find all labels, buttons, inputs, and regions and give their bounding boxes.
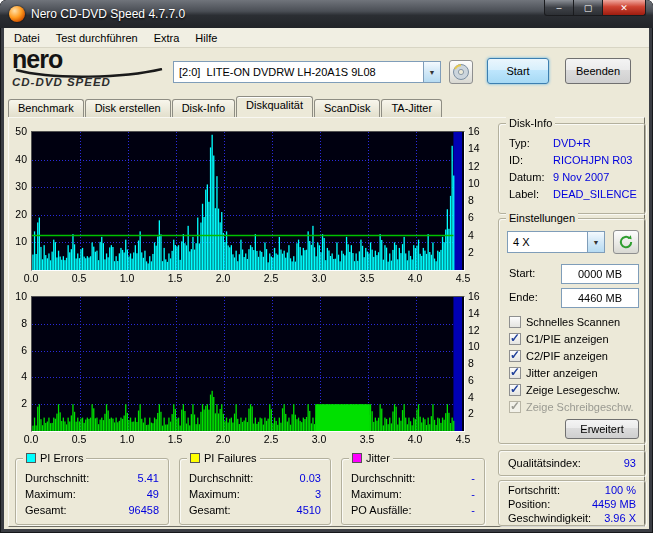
menu-datei[interactable]: Datei xyxy=(6,30,48,46)
legend-row: Durchschnitt:5.41 xyxy=(25,472,159,486)
client-area: Datei Test durchführen Extra Hilfe nero … xyxy=(4,28,649,529)
pi-failures-chart xyxy=(31,296,465,432)
eject-disc-button[interactable] xyxy=(449,60,473,84)
checkbox-label: C1/PIE anzeigen xyxy=(526,333,609,345)
axis-tick-label: 2 xyxy=(468,408,488,419)
advanced-button[interactable]: Erweitert xyxy=(565,419,639,439)
checkbox-box xyxy=(509,367,521,379)
tab-diskqualitaet[interactable]: Diskqualität xyxy=(236,96,313,117)
axis-tick-label: 4.5 xyxy=(451,434,475,445)
axis-tick-label: 0.0 xyxy=(19,273,43,284)
quality-index-row: Qualitätsindex: 93 xyxy=(508,457,636,471)
tab-ta-jitter[interactable]: TA-Jitter xyxy=(381,99,442,117)
legend-title-text: PI Errors xyxy=(40,451,83,465)
axis-tick-label: 2.0 xyxy=(211,273,235,284)
checkbox-c2-pif-anzeigen[interactable]: C2/PIF anzeigen xyxy=(509,349,608,363)
jitter-legend: Jitter Durchschnitt:- Maximum:- PO Ausfä… xyxy=(341,458,485,525)
minimize-button[interactable]: – xyxy=(544,0,574,16)
axis-tick-label: 3.5 xyxy=(355,434,379,445)
checkbox-box xyxy=(509,401,521,413)
drive-selector[interactable]: [2:0] LITE-ON DVDRW LH-20A1S 9L08 ▼ xyxy=(173,61,441,83)
axis-tick-label: 10 xyxy=(468,178,488,189)
title-bar[interactable]: Nero CD-DVD Speed 4.7.7.0 – ▢ ✕ xyxy=(0,0,653,28)
app-window: Nero CD-DVD Speed 4.7.7.0 – ▢ ✕ Datei Te… xyxy=(0,0,653,533)
checkbox-box xyxy=(509,316,521,328)
legend-swatch-magenta xyxy=(352,453,362,463)
tab-scandisk[interactable]: ScanDisk xyxy=(314,99,380,117)
tab-disk-erstellen[interactable]: Disk erstellen xyxy=(85,99,171,117)
axis-tick-label: 1.0 xyxy=(115,434,139,445)
axis-tick-label: 4.0 xyxy=(403,273,427,284)
start-button[interactable]: Start xyxy=(487,58,549,84)
axis-tick-label: 14 xyxy=(468,143,488,154)
menu-test-durchfuehren[interactable]: Test durchführen xyxy=(48,30,146,46)
toolbar: nero CD-DVD SPEED [2:0] LITE-ON DVDRW LH… xyxy=(4,48,649,97)
axis-tick-label: 4.5 xyxy=(451,273,475,284)
axis-tick-label: 2 xyxy=(468,247,488,258)
settings-group: Einstellungen 4 X ▼ Start: Ende: xyxy=(498,218,646,444)
disk-info-row: Datum:9 Nov 2007 xyxy=(509,171,637,185)
speed-select[interactable]: 4 X ▼ xyxy=(507,231,605,253)
quality-index-value: 93 xyxy=(624,457,636,471)
quality-index-box: Qualitätsindex: 93 xyxy=(498,450,646,476)
legend-title-text: PI Failures xyxy=(204,451,257,465)
menu-hilfe[interactable]: Hilfe xyxy=(187,30,225,46)
cd-dvd-speed-logo-text: CD-DVD SPEED xyxy=(12,76,170,88)
jitter-legend-title: Jitter xyxy=(349,451,393,465)
checkbox-jitter-anzeigen[interactable]: Jitter anzeigen xyxy=(509,366,598,380)
maximize-button[interactable]: ▢ xyxy=(574,0,602,16)
settings-group-title: Einstellungen xyxy=(506,211,578,225)
checkbox-schnelles-scannen[interactable]: Schnelles Scannen xyxy=(509,315,620,329)
axis-tick-label: 3.5 xyxy=(355,273,379,284)
axis-tick-label: 2.0 xyxy=(211,434,235,445)
maximize-icon: ▢ xyxy=(584,3,593,13)
legend-row: Maximum:49 xyxy=(25,488,159,502)
app-icon xyxy=(9,6,25,22)
axis-tick-label: 40 xyxy=(5,154,27,165)
quality-index-label: Qualitätsindex: xyxy=(508,457,581,471)
chevron-down-icon[interactable]: ▼ xyxy=(587,232,604,252)
legend-swatch-cyan xyxy=(26,453,36,463)
progress-row: Geschwindigkeit:3.96 X xyxy=(508,512,636,526)
start-field[interactable] xyxy=(561,264,639,284)
close-button[interactable]: ✕ xyxy=(602,0,646,16)
minimize-icon: – xyxy=(556,3,561,13)
close-icon: ✕ xyxy=(620,3,628,13)
axis-tick-label: 3.0 xyxy=(307,273,331,284)
disk-info-row: ID:RICOHJPN R03 xyxy=(509,154,637,168)
legend-row: Gesamt:96458 xyxy=(25,504,159,518)
refresh-speed-button[interactable] xyxy=(613,230,639,254)
legend-swatch-yellow xyxy=(190,453,200,463)
disk-info-row: Label:DEAD_SILENCE xyxy=(509,188,637,202)
checkbox-box xyxy=(509,350,521,362)
window-controls: – ▢ ✕ xyxy=(544,0,646,16)
window-title: Nero CD-DVD Speed 4.7.7.0 xyxy=(31,7,185,21)
axis-tick-label: 0.5 xyxy=(67,434,91,445)
end-field[interactable] xyxy=(561,288,639,308)
axis-tick-label: 20 xyxy=(5,209,27,220)
tab-disk-info[interactable]: Disk-Info xyxy=(172,99,235,117)
checkbox-c1-pie-anzeigen[interactable]: C1/PIE anzeigen xyxy=(509,332,609,346)
nero-logo: nero CD-DVD SPEED xyxy=(12,48,170,97)
menu-extra[interactable]: Extra xyxy=(146,30,188,46)
axis-tick-label: 16 xyxy=(468,291,488,302)
legend-row: Gesamt:4510 xyxy=(189,504,321,518)
tab-benchmark[interactable]: Benchmark xyxy=(8,99,84,117)
axis-tick-label: 1.5 xyxy=(163,434,187,445)
axis-tick-label: 2.5 xyxy=(259,273,283,284)
axis-tick-label: 4 xyxy=(468,230,488,241)
axis-tick-label: 50 xyxy=(5,126,27,137)
chevron-down-icon[interactable]: ▼ xyxy=(423,62,440,82)
axis-tick-label: 2.5 xyxy=(259,434,283,445)
legend-row: Durchschnitt:- xyxy=(351,472,475,486)
axis-tick-label: 12 xyxy=(468,325,488,336)
checkbox-zeige-lesegeschw[interactable]: Zeige Lesegeschw. xyxy=(509,383,620,397)
quit-button[interactable]: Beenden xyxy=(565,58,631,84)
drive-selector-value: [2:0] LITE-ON DVDRW LH-20A1S 9L08 xyxy=(174,62,423,82)
axis-tick-label: 10 xyxy=(468,341,488,352)
axis-tick-label: 0.0 xyxy=(19,434,43,445)
progress-box: Fortschritt:100 % Position:4459 MB Gesch… xyxy=(498,480,646,526)
axis-tick-label: 4.0 xyxy=(403,434,427,445)
axis-tick-label: 1.0 xyxy=(115,273,139,284)
axis-tick-label: 10 xyxy=(5,291,27,302)
